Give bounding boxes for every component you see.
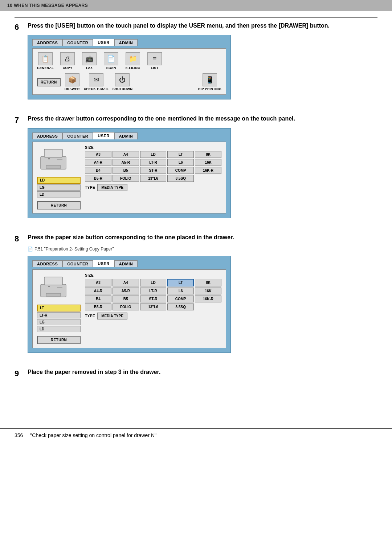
- size-ltr-8[interactable]: LT-R: [140, 288, 167, 294]
- icon-efiling[interactable]: 📁 E-FILING: [125, 52, 141, 70]
- size-comp-8[interactable]: COMP: [167, 296, 194, 302]
- size-lt-8[interactable]: LT: [167, 279, 194, 286]
- icon-shutdown[interactable]: ⏻ SHUTDOWN: [113, 73, 132, 91]
- size-section-7: SIZE A3 A4 LD LT 8K A4-R A5-R LT-R L6 16…: [85, 146, 221, 209]
- size-ld-7[interactable]: LD: [140, 151, 167, 158]
- size-a4-8[interactable]: A4: [113, 279, 139, 286]
- drawer-left-8: LT LT-R LG LD RETURN: [37, 273, 81, 344]
- rip-printing-icon: 📱: [203, 73, 217, 86]
- size-16k-8[interactable]: 16K: [195, 288, 221, 294]
- list-icon: ≡: [147, 52, 162, 65]
- svg-rect-1: [44, 149, 62, 157]
- tab-admin-6[interactable]: ADMIN: [114, 39, 138, 46]
- printer-graphic-8: [37, 273, 70, 302]
- size-8k-7[interactable]: 8K: [195, 151, 221, 158]
- drawer-ld-7[interactable]: LD: [37, 177, 81, 184]
- icon-list[interactable]: ≡ LIST: [147, 52, 163, 70]
- tab-bar-6: ADDRESS COUNTER USER ADMIN: [32, 39, 226, 46]
- size-13l6-8[interactable]: 13"L6: [140, 304, 167, 310]
- icon-scan[interactable]: 📄 SCAN: [103, 52, 119, 70]
- drawer-lt-8[interactable]: LT: [37, 305, 81, 311]
- icon-rip-printing[interactable]: 📱 RIP PRINTING: [198, 73, 221, 91]
- size-13l6-7[interactable]: 13"L6: [140, 175, 167, 182]
- size-8k-8[interactable]: 8K: [195, 279, 221, 286]
- size-b5r-7[interactable]: B5-R: [85, 175, 111, 182]
- media-type-btn-8[interactable]: MEDIA TYPE: [97, 313, 127, 319]
- panel-body-7: LD LG LD RETURN SIZE A3 A4 LD LT: [32, 142, 226, 213]
- size-ld-8[interactable]: LD: [140, 279, 167, 286]
- tab-user-6[interactable]: USER: [93, 39, 114, 46]
- size-grid-7: A3 A4 LD LT 8K A4-R A5-R LT-R L6 16K B4 …: [85, 151, 221, 182]
- return-button-8[interactable]: RETURN: [37, 336, 81, 344]
- size-16k-7[interactable]: 16K: [195, 159, 221, 166]
- note-icon: 📄: [28, 247, 33, 252]
- size-b4-7[interactable]: B4: [85, 167, 111, 174]
- size-b5-8[interactable]: B5: [113, 296, 139, 302]
- icon-fax[interactable]: 📠 FAX: [81, 52, 97, 70]
- size-16kr-8[interactable]: 16K-R: [195, 296, 221, 302]
- size-b5r-8[interactable]: B5-R: [85, 304, 111, 310]
- tab-counter-8[interactable]: COUNTER: [62, 260, 93, 267]
- step-9: 9 Place the paper removed in step 3 in t…: [15, 368, 377, 381]
- printer-graphic: [37, 146, 70, 175]
- shutdown-label: SHUTDOWN: [113, 87, 132, 91]
- size-a3-7[interactable]: A3: [85, 151, 111, 158]
- tab-admin-7[interactable]: ADMIN: [114, 133, 138, 139]
- size-folio-8[interactable]: FOLIO: [113, 304, 139, 310]
- tab-counter-7[interactable]: COUNTER: [62, 133, 93, 139]
- size-a3-8[interactable]: A3: [85, 279, 111, 286]
- drawer-ltr-8[interactable]: LT-R: [37, 312, 81, 318]
- scan-icon: 📄: [104, 52, 118, 65]
- icon-drawer[interactable]: 📦 DRAWER: [64, 73, 80, 91]
- return-button-7[interactable]: RETURN: [37, 201, 81, 209]
- step-8-content: Press the paper size button correspondin…: [28, 233, 377, 358]
- icon-check-email[interactable]: ✉ CHECK E-MAIL: [84, 73, 109, 91]
- efiling-icon: 📁: [126, 52, 140, 65]
- page-footer: 356 "Check paper size setting on control…: [0, 428, 392, 442]
- step-8-text: Press the paper size button correspondin…: [28, 233, 377, 241]
- size-85sq-8[interactable]: 8.5SQ: [167, 304, 194, 310]
- drawer-ld2-7[interactable]: LD: [37, 191, 81, 197]
- tab-admin-8[interactable]: ADMIN: [114, 260, 138, 267]
- icon-general[interactable]: 📋 GENERAL: [37, 52, 54, 70]
- size-b4-8[interactable]: B4: [85, 296, 111, 302]
- size-a4r-7[interactable]: A4-R: [85, 159, 111, 166]
- return-button-6[interactable]: RETURN: [37, 78, 61, 86]
- tab-address-7[interactable]: ADDRESS: [32, 133, 62, 139]
- size-a5r-7[interactable]: A5-R: [113, 159, 139, 166]
- size-grid-8: A3 A4 LD LT 8K A4-R A5-R LT-R L6 16K B4 …: [85, 279, 221, 310]
- size-16kr-7[interactable]: 16K-R: [195, 167, 221, 174]
- size-a4r-8[interactable]: A4-R: [85, 288, 111, 294]
- drawer-lg-7[interactable]: LG: [37, 184, 81, 191]
- media-type-btn-7[interactable]: MEDIA TYPE: [97, 184, 127, 191]
- size-str-7[interactable]: ST-R: [140, 167, 167, 174]
- size-b5-7[interactable]: B5: [113, 167, 139, 174]
- tab-counter-6[interactable]: COUNTER: [62, 39, 93, 46]
- size-comp-7[interactable]: COMP: [167, 167, 194, 174]
- size-ltr-7[interactable]: LT-R: [140, 159, 167, 166]
- tab-user-7[interactable]: USER: [93, 132, 114, 139]
- step-9-text: Place the paper removed in step 3 in the…: [28, 368, 377, 376]
- size-l6-8[interactable]: L6: [167, 288, 194, 294]
- size-label-8: SIZE: [85, 273, 221, 277]
- svg-rect-7: [46, 293, 61, 296]
- panel-step6: ADDRESS COUNTER USER ADMIN 📋 GENERAL: [28, 35, 231, 99]
- icon-copy[interactable]: 🖨 COPY: [60, 52, 75, 70]
- size-l6-7[interactable]: L6: [167, 159, 194, 166]
- size-label-7: SIZE: [85, 146, 221, 150]
- panel-icons-area: 📋 GENERAL 🖨 COPY 📠 FAX: [37, 52, 221, 91]
- step-6-number: 6: [15, 23, 28, 32]
- size-85sq-7[interactable]: 8.5SQ: [167, 175, 194, 182]
- panel-body-8: LT LT-R LG LD RETURN SIZE A3 A4 L: [32, 269, 226, 348]
- efiling-label: E-FILING: [126, 66, 140, 70]
- size-folio-7[interactable]: FOLIO: [113, 175, 139, 182]
- tab-address-8[interactable]: ADDRESS: [32, 260, 62, 267]
- size-a5r-8[interactable]: A5-R: [113, 288, 139, 294]
- size-a4-7[interactable]: A4: [113, 151, 139, 158]
- tab-user-8[interactable]: USER: [93, 260, 114, 267]
- size-lt-7[interactable]: LT: [167, 151, 194, 158]
- tab-address-6[interactable]: ADDRESS: [32, 39, 62, 46]
- drawer-lg-8[interactable]: LG: [37, 319, 81, 325]
- size-str-8[interactable]: ST-R: [140, 296, 167, 302]
- drawer-ld-8[interactable]: LD: [37, 326, 81, 332]
